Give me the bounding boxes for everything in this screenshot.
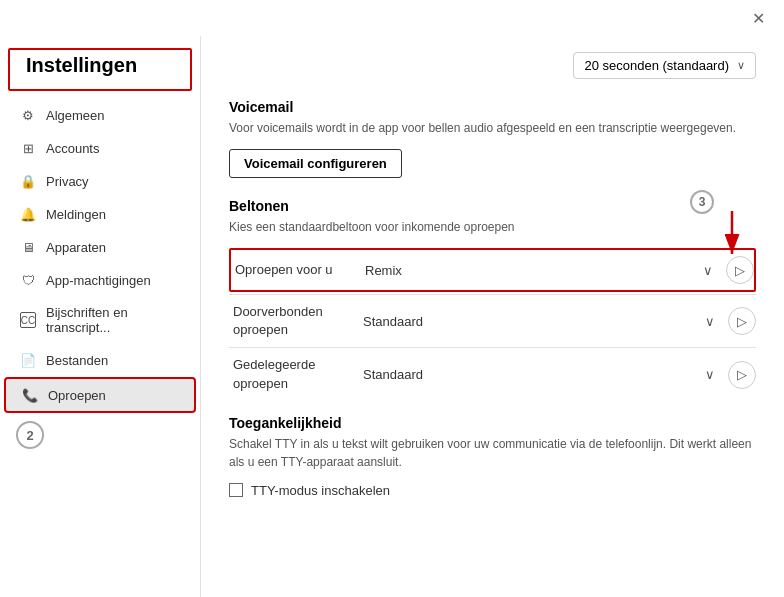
sidebar-title: Instellingen — [8, 48, 192, 91]
ringtone-value-oproepen: Remix — [365, 263, 690, 278]
sidebar-item-label: Meldingen — [46, 207, 106, 222]
sidebar-item-app-machtigingen[interactable]: 🛡 App-machtigingen — [4, 264, 196, 296]
divider — [229, 294, 756, 295]
duration-dropdown[interactable]: 20 seconden (standaard) ∨ — [573, 52, 756, 79]
accounts-icon: ⊞ — [20, 140, 36, 156]
voicemail-section-title: Voicemail — [229, 99, 756, 115]
content-area: Instellingen ⚙ Algemeen ⊞ Accounts 🔒 Pri… — [0, 36, 784, 597]
voicemail-description: Voor voicemails wordt in de app voor bel… — [229, 119, 756, 137]
cc-icon: CC — [20, 312, 36, 328]
ringtone-row-gedelegeerde: Gedelegeerde oproepen Standaard ∨ ▷ — [229, 350, 756, 398]
play-button-gedelegeerde[interactable]: ▷ — [728, 361, 756, 389]
titlebar: ✕ — [0, 0, 784, 36]
sidebar-item-label: Oproepen — [48, 388, 106, 403]
chevron-down-icon: ∨ — [737, 59, 745, 72]
toegankelijkheid-section: Toegankelijkheid Schakel TTY in als u te… — [229, 415, 756, 498]
gear-icon: ⚙ — [20, 107, 36, 123]
ringtone-value-gedelegeerde: Standaard — [363, 367, 692, 382]
main-content: 20 seconden (standaard) ∨ Voicemail Voor… — [200, 36, 784, 597]
toegankelijkheid-title: Toegankelijkheid — [229, 415, 756, 431]
sidebar-item-label: Algemeen — [46, 108, 105, 123]
sidebar-item-accounts[interactable]: ⊞ Accounts — [4, 132, 196, 164]
beltonen-section: Beltonen Kies een standaardbeltoon voor … — [229, 198, 756, 399]
sidebar-item-bestanden[interactable]: 📄 Bestanden — [4, 344, 196, 376]
play-button-oproepen[interactable]: ▷ — [726, 256, 754, 284]
sidebar-item-label: Privacy — [46, 174, 89, 189]
ringtone-label-oproepen: Oproepen voor u — [235, 261, 365, 279]
annotation-badge-3: 3 — [690, 190, 714, 214]
sidebar-item-privacy[interactable]: 🔒 Privacy — [4, 165, 196, 197]
top-dropdown-row: 20 seconden (standaard) ∨ — [229, 52, 756, 79]
ringtone-dropdown-button-doorverbonden[interactable]: ∨ — [696, 307, 724, 335]
lock-icon: 🔒 — [20, 173, 36, 189]
phone-icon: 📞 — [22, 387, 38, 403]
ringtone-label-gedelegeerde: Gedelegeerde oproepen — [233, 356, 363, 392]
shield-icon: 🛡 — [20, 272, 36, 288]
ringtone-value-doorverbonden: Standaard — [363, 314, 692, 329]
ringtone-row-doorverbonden: Doorverbonden oproepen Standaard ∨ ▷ — [229, 297, 756, 345]
voicemail-configure-button[interactable]: Voicemail configureren — [229, 149, 402, 178]
ringtone-label-doorverbonden: Doorverbonden oproepen — [233, 303, 363, 339]
sidebar-item-label: App-machtigingen — [46, 273, 151, 288]
tty-checkbox[interactable] — [229, 483, 243, 497]
sidebar-item-label: Bijschriften en transcript... — [46, 305, 180, 335]
ringtone-row-oproepen-voor-u: Oproepen voor u Remix ∨ ▷ — [229, 248, 756, 292]
sidebar-item-meldingen[interactable]: 🔔 Meldingen — [4, 198, 196, 230]
ringtone-dropdown-button-gedelegeerde[interactable]: ∨ — [696, 361, 724, 389]
settings-window: ✕ Instellingen ⚙ Algemeen ⊞ Accounts 🔒 P… — [0, 0, 784, 597]
file-icon: 📄 — [20, 352, 36, 368]
ringtone-dropdown-button-oproepen[interactable]: ∨ — [694, 256, 722, 284]
sidebar-item-label: Apparaten — [46, 240, 106, 255]
sidebar: Instellingen ⚙ Algemeen ⊞ Accounts 🔒 Pri… — [0, 36, 200, 597]
toegankelijkheid-description: Schakel TTY in als u tekst wilt gebruike… — [229, 435, 756, 471]
tty-checkbox-label: TTY-modus inschakelen — [251, 483, 390, 498]
play-button-doorverbonden[interactable]: ▷ — [728, 307, 756, 335]
sidebar-item-oproepen[interactable]: 📞 Oproepen — [4, 377, 196, 413]
sidebar-item-label: Accounts — [46, 141, 99, 156]
sidebar-item-algemeen[interactable]: ⚙ Algemeen — [4, 99, 196, 131]
sidebar-item-bijschriften[interactable]: CC Bijschriften en transcript... — [4, 297, 196, 343]
devices-icon: 🖥 — [20, 239, 36, 255]
tty-checkbox-row: TTY-modus inschakelen — [229, 483, 756, 498]
close-button[interactable]: ✕ — [744, 4, 772, 32]
beltonen-description: Kies een standaardbeltoon voor inkomende… — [229, 218, 756, 236]
sidebar-item-label: Bestanden — [46, 353, 108, 368]
bell-icon: 🔔 — [20, 206, 36, 222]
ringtone-select-oproepen: Remix ∨ — [365, 256, 722, 284]
annotation-badge-2: 2 — [16, 421, 44, 449]
ringtone-select-gedelegeerde: Standaard ∨ — [363, 361, 724, 389]
duration-value: 20 seconden (standaard) — [584, 58, 729, 73]
beltonen-title: Beltonen — [229, 198, 756, 214]
ringtone-select-doorverbonden: Standaard ∨ — [363, 307, 724, 335]
sidebar-item-apparaten[interactable]: 🖥 Apparaten — [4, 231, 196, 263]
divider — [229, 347, 756, 348]
